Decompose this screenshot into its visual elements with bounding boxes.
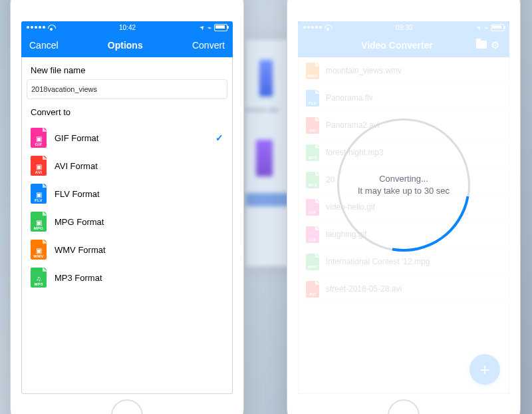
checkmark-icon: ✓ [215, 132, 223, 143]
location-icon: ➤ [475, 23, 483, 31]
nav-title: Options [108, 40, 143, 51]
cancel-button[interactable]: Cancel [29, 40, 59, 51]
file-icon-wmv: ▣WMV [31, 240, 47, 260]
format-label: GIF Format [55, 133, 98, 143]
nav-bar: Cancel Options Convert [21, 33, 233, 57]
file-name: Panorama.flv [326, 93, 373, 103]
status-time: 10:42 [119, 24, 136, 31]
folder-icon [476, 41, 487, 49]
format-label: AVI Format [55, 161, 98, 171]
folder-button[interactable] [475, 40, 488, 51]
format-label: MPG Format [55, 217, 104, 227]
file-icon-mp3: ♫MP3 [31, 268, 47, 288]
format-row-mp3[interactable]: ♫MP3MP3 Format [21, 264, 233, 292]
signal-icon [27, 26, 45, 29]
file-name: International Contest '12.mpg [326, 257, 430, 266]
file-icon-mp3: MP3 [306, 144, 319, 161]
format-label: WMV Format [55, 245, 106, 255]
filename-value: 2018vacation_views [31, 85, 97, 93]
nav-title: Video Converter [319, 40, 475, 51]
format-row-mpg[interactable]: ▣MPGMPG Format [21, 208, 233, 236]
battery-icon [214, 24, 227, 31]
file-icon-gif: GIF [306, 226, 319, 243]
file-icon-avi: AVI [306, 117, 319, 134]
file-icon-wmv: WMV [306, 63, 319, 79]
format-label: FLV Format [55, 189, 100, 199]
battery-icon [491, 24, 504, 31]
convert-button[interactable]: Convert [192, 40, 225, 51]
bluetooth-icon: ⌁ [484, 24, 488, 31]
format-row-flv[interactable]: ▣FLVFLV Format [21, 180, 233, 208]
convert-to-label: Convert to [21, 99, 233, 121]
format-label: MP3 Format [55, 273, 102, 283]
bg-label: division valu [246, 106, 279, 113]
add-button[interactable]: + [469, 354, 500, 385]
file-icon-flv: FLV [306, 90, 319, 106]
file-icon-mp3: MP3 [306, 172, 319, 188]
status-time: 09:30 [396, 24, 412, 31]
file-row[interactable]: MPGInternational Contest '12.mpg [298, 248, 509, 276]
plus-icon: + [479, 359, 489, 380]
location-icon: ➤ [198, 23, 206, 31]
file-name: mountain_views.wmv [326, 66, 402, 75]
status-bar: 09:30 ➤ ⌁ [298, 21, 509, 33]
filename-input[interactable]: 2018vacation_views [27, 79, 227, 99]
file-row[interactable]: AVIstreet-2018-05-28.avi [298, 276, 509, 303]
format-row-avi[interactable]: ▣AVIAVI Format [21, 152, 233, 180]
progress-ring-arc [311, 93, 497, 278]
bluetooth-icon: ⌁ [207, 24, 211, 31]
wifi-icon [48, 25, 55, 30]
signal-icon [303, 26, 322, 29]
format-row-gif[interactable]: ▣GIFGIF Format✓ [21, 124, 233, 152]
progress-indicator: Converting... It may take up to 30 sec [337, 118, 470, 252]
home-button[interactable] [111, 399, 143, 414]
phone-converter: 09:30 ➤ ⌁ Video Converter ⚙ WMVmountain_… [287, 0, 520, 414]
phone-options: 10:42 ➤ ⌁ Cancel Options Convert New fil… [11, 0, 243, 414]
home-button[interactable] [388, 399, 420, 414]
file-icon-flv: ▣FLV [31, 184, 47, 204]
file-row[interactable]: FLVPanorama.flv [298, 85, 509, 112]
wifi-icon [325, 25, 332, 30]
status-bar: 10:42 ➤ ⌁ [21, 21, 233, 33]
settings-button[interactable]: ⚙ [488, 39, 501, 51]
file-icon-gif: ▣GIF [31, 128, 47, 148]
format-row-wmv[interactable]: ▣WMVWMV Format [21, 236, 233, 264]
nav-bar: Video Converter ⚙ [298, 33, 509, 57]
file-icon-mpg: MPG [306, 254, 319, 270]
filename-label: New file name [21, 57, 233, 79]
file-name: 20 [326, 175, 334, 184]
file-icon-avi: ▣AVI [31, 156, 47, 176]
file-icon-avi: AVI [306, 281, 319, 298]
file-icon-gif: GIF [306, 199, 319, 216]
file-row[interactable]: WMVmountain_views.wmv [298, 57, 509, 85]
file-name: street-2018-05-28.avi [326, 284, 402, 294]
file-icon-mpg: ▣MPG [31, 212, 47, 232]
